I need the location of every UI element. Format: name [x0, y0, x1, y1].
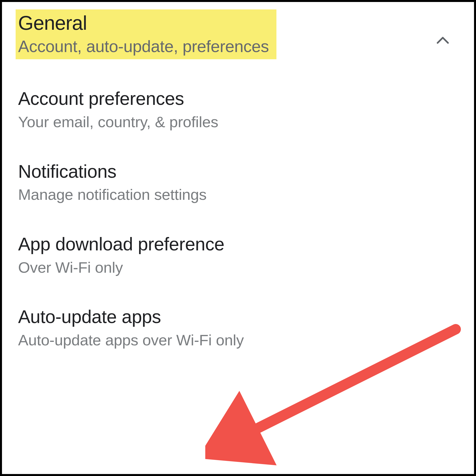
setting-title: App download preference — [18, 233, 459, 255]
setting-auto-update-apps[interactable]: Auto-update apps Auto-update apps over W… — [18, 306, 459, 349]
section-title: General — [18, 11, 269, 35]
setting-subtitle: Your email, country, & profiles — [18, 113, 459, 131]
chevron-up-icon — [434, 32, 452, 50]
settings-panel: General Account, auto-update, preference… — [0, 0, 476, 476]
settings-list: General Account, auto-update, preference… — [2, 2, 474, 357]
setting-notifications[interactable]: Notifications Manage notification settin… — [18, 161, 459, 204]
general-section-header[interactable]: General Account, auto-update, preference… — [18, 9, 459, 59]
setting-title: Notifications — [18, 161, 459, 183]
setting-title: Account preferences — [18, 88, 459, 110]
setting-title: Auto-update apps — [18, 306, 459, 328]
setting-app-download-preference[interactable]: App download preference Over Wi-Fi only — [18, 233, 459, 277]
general-header-highlight: General Account, auto-update, preference… — [16, 9, 276, 59]
setting-subtitle: Auto-update apps over Wi-Fi only — [18, 331, 459, 349]
setting-subtitle: Over Wi-Fi only — [18, 258, 459, 277]
setting-account-preferences[interactable]: Account preferences Your email, country,… — [18, 88, 459, 131]
setting-subtitle: Manage notification settings — [18, 185, 459, 204]
collapse-toggle[interactable] — [434, 9, 459, 51]
section-subtitle: Account, auto-update, preferences — [18, 36, 269, 56]
